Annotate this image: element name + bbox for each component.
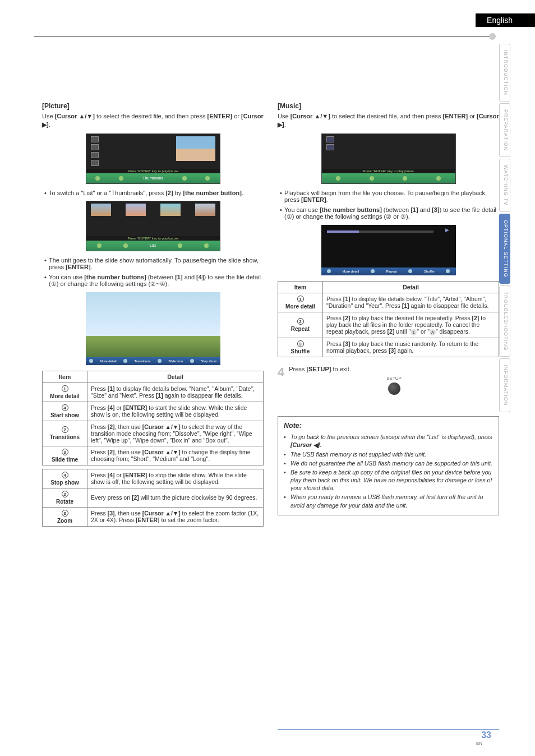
side-tab-information[interactable]: INFORMATION [499, 358, 510, 412]
repeat-one-icon: 1 [411, 329, 417, 335]
detail-zoom: Press [3], then use [Cursor ▲/▼] to sele… [87, 507, 264, 526]
side-tabs: INTRODUCTION PREPARATION WATCHING TV OPT… [499, 44, 510, 414]
bar-label: Repeat [386, 270, 396, 273]
file-icon [91, 152, 99, 158]
bullet-switch-list: • To switch a "List" or a "Thumbnails", … [42, 190, 264, 196]
picture-table-1: ItemDetail 1More detail Press [1] to dis… [42, 371, 264, 465]
bar-dot [178, 243, 182, 248]
bar-label: Shuffle [424, 270, 435, 273]
table-header: Detail [87, 371, 264, 382]
picture-section: [Picture] Use [Cursor ▲/▼] to select the… [42, 102, 264, 530]
bar-dot [123, 243, 128, 248]
repeat-all-icon: A [430, 329, 436, 335]
note-item: •We do not guarantee the all USB flash m… [284, 459, 493, 467]
item-zoom: 3Zoom [43, 507, 87, 526]
txt: You can use [284, 206, 320, 213]
side-tab-introduction[interactable]: INTRODUCTION [499, 44, 510, 102]
bullet-number-buttons-14: • You can use [the number buttons] (betw… [42, 274, 264, 288]
picture-intro: Use [Cursor ▲/▼] to select the desired f… [42, 112, 264, 129]
item-more-detail: 1More detail [278, 293, 323, 312]
music-intro: Use [Cursor ▲/▼] to select the desired f… [278, 112, 499, 129]
detail-start-show: Press [4] or [ENTER] to start the slide … [87, 402, 264, 421]
bar-label: More detail [342, 270, 359, 273]
bar-label: Slide time [168, 359, 183, 363]
page-footer-rule [278, 729, 499, 730]
header-rule [34, 36, 496, 37]
number-buttons: [the number buttons] [84, 274, 146, 280]
key-2: [2] [165, 190, 173, 196]
bar-dot [204, 243, 209, 248]
bar-dot [119, 176, 123, 181]
number-button: [the number button] [183, 190, 241, 196]
item-repeat: 2Repeat [278, 312, 323, 338]
bar-dot [97, 243, 102, 248]
txt: . [284, 121, 286, 128]
txt: by [173, 190, 183, 196]
side-tab-optional-setting[interactable]: OPTIONAL SETTING [499, 214, 510, 284]
item-shuffle: 3Shuffle [278, 338, 323, 357]
detail-more-detail: Press [1] to display file details below.… [323, 293, 499, 312]
bar-dot [403, 176, 407, 181]
note-item: •The USB flash memory is not supplied wi… [284, 450, 493, 458]
bar-dot [370, 176, 374, 181]
number-buttons: [the number buttons] [320, 206, 382, 213]
key-4: [4] [196, 274, 204, 280]
bullet-playback-begin: • Playback will begin from the file you … [278, 190, 499, 203]
note-item: •Be sure to keep a back up copy of the o… [284, 468, 493, 492]
item-more-detail: 1More detail [43, 382, 87, 402]
txt: or [232, 113, 241, 119]
side-tab-preparation[interactable]: PREPARATION [499, 103, 510, 157]
txt: You can use [49, 274, 84, 280]
table-header: Detail [323, 281, 499, 293]
bar-dot [446, 269, 450, 273]
bar-label: Stop show [201, 359, 216, 363]
page-lang: EN [476, 741, 482, 746]
shot-subtext: Press "ENTER" key to play/pause [86, 236, 220, 241]
music-title: [Music] [278, 102, 499, 110]
picture-table-2: 4Stop show Press [4] or [ENTER] to stop … [42, 469, 264, 527]
thumb-icon [160, 204, 181, 216]
music-section: [Music] Use [Cursor ▲/▼] to select the d… [278, 102, 499, 515]
bar-label: Thumbnails [142, 176, 163, 180]
table-header: Item [43, 371, 87, 382]
bar-dot [327, 269, 331, 273]
preview-image [176, 136, 215, 161]
bar-label: More detail [100, 359, 117, 363]
bar-dot [182, 176, 187, 181]
bar-dot [95, 176, 100, 181]
shot-subtext: Press "ENTER" key to play/pause [322, 169, 455, 173]
txt: or [468, 113, 477, 119]
detail-more-detail: Press [1] to display file details below.… [87, 382, 264, 402]
play-icon: ▶ [445, 227, 449, 233]
header-dot [489, 33, 496, 40]
step-4-row: 4 Press [SETUP] to exit. SETUP [278, 365, 499, 400]
item-rotate: 2Rotate [43, 488, 87, 507]
bar-dot [190, 359, 194, 363]
bar-dot [408, 269, 412, 273]
side-tab-watching-tv[interactable]: WATCHING TV [499, 159, 510, 212]
txt: (between [382, 206, 411, 213]
file-icon [91, 144, 99, 150]
note-item: •To go back to the previous screen (exce… [284, 433, 493, 449]
bar-dot [89, 359, 93, 363]
enter-key: [ENTER] [207, 113, 232, 119]
side-tab-troubleshooting[interactable]: TROUBLESHOOTING [499, 285, 510, 357]
txt: to exit. [331, 366, 350, 372]
file-icon [91, 160, 99, 166]
enter-key: [ENTER] [301, 196, 326, 203]
bar-dot [205, 176, 210, 181]
music-table: ItemDetail 1More detail Press [1] to dis… [278, 281, 499, 357]
thumb-icon [195, 204, 215, 216]
thumb-icon [126, 204, 146, 216]
page-number: 33 [481, 730, 491, 740]
setup-key: [SETUP] [306, 366, 331, 372]
setup-button-icon [388, 382, 400, 395]
music-playback-screenshot: ▶ More detail Repeat Shuffle [321, 225, 456, 275]
txt: and [183, 274, 196, 280]
txt: and [418, 206, 432, 213]
txt: Press [289, 366, 306, 372]
item-stop-show: 4Stop show [43, 469, 87, 488]
note-item: •When you ready to remove a USB flash me… [284, 493, 493, 509]
file-icon [91, 136, 99, 142]
picture-title: [Picture] [42, 102, 264, 110]
